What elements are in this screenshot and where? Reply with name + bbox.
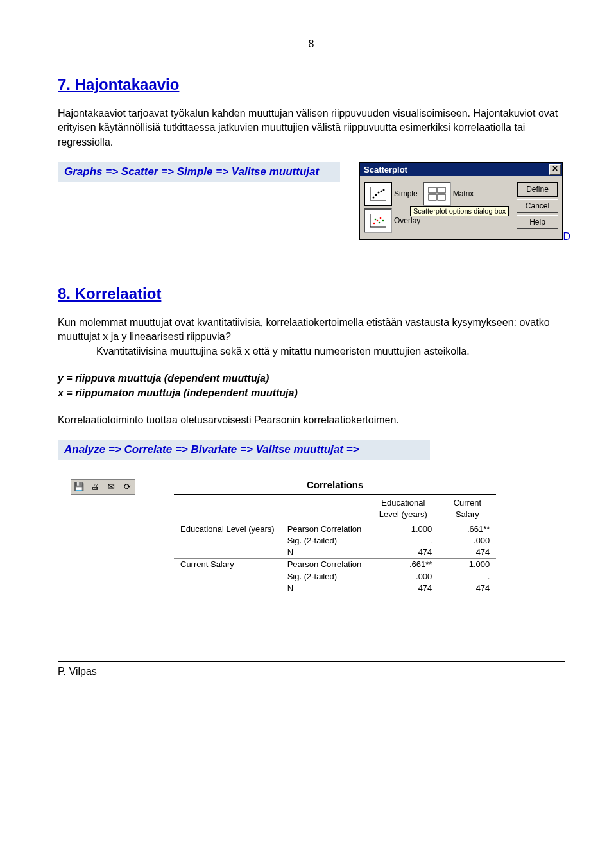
row2-label: Current Salary	[174, 559, 281, 571]
svg-point-3	[375, 194, 377, 196]
export-icon[interactable]: ✉	[103, 480, 119, 494]
correlations-output: Correlations Educational Level (years) C…	[174, 479, 496, 598]
section8-p2: Korrelaatiotoiminto tuottaa oletusarvois…	[58, 413, 565, 427]
svg-point-16	[375, 219, 377, 221]
page-number: 8	[58, 38, 565, 50]
scatter-overlay-icon	[364, 208, 392, 233]
cell-value: 1.000	[438, 559, 496, 571]
svg-point-4	[378, 192, 380, 194]
section7-paragraph: Hajontakaaviot tarjoavat työkalun kahden…	[58, 106, 565, 149]
cell-value: 474	[368, 547, 438, 559]
option-simple[interactable]: Simple	[364, 182, 420, 206]
section7-title: 7. Hajontakaavio	[58, 76, 565, 94]
section8-title: 8. Korrelaatiot	[58, 285, 565, 303]
svg-point-13	[373, 223, 375, 225]
stat-sig: Sig. (2-tailed)	[281, 571, 368, 583]
dialog-title: Scatterplot	[364, 165, 407, 174]
row1-label: Educational Level (years)	[174, 523, 281, 535]
svg-rect-9	[429, 194, 436, 200]
output-toolbar: 💾 🖨 ✉ ⟳	[71, 479, 135, 495]
svg-rect-7	[429, 187, 436, 193]
cell-value: .000	[368, 571, 438, 583]
scatter-simple-icon	[364, 182, 392, 206]
section8-navpath: Analyze => Correlate => Bivariate => Val…	[58, 440, 430, 459]
cell-value: 474	[438, 583, 496, 597]
svg-point-5	[381, 191, 382, 192]
cell-value: .661**	[368, 559, 438, 571]
option-overlay-label: Overlay	[394, 216, 423, 225]
cell-value: 474	[438, 547, 496, 559]
define-button[interactable]: Define	[517, 182, 558, 197]
correlations-title: Correlations	[174, 479, 496, 490]
link-d[interactable]: D	[563, 231, 570, 242]
svg-point-18	[382, 220, 384, 222]
tooltip: Scatterplot options dialog box	[410, 206, 509, 216]
stat-pearson: Pearson Correlation	[281, 559, 368, 571]
svg-point-14	[377, 220, 379, 222]
cell-value: 1.000	[368, 523, 438, 535]
svg-point-15	[380, 217, 382, 219]
scatterplot-dialog: Scatterplot ✕ Simple	[359, 162, 563, 240]
cell-value: .	[368, 535, 438, 547]
section8-p1: Kun molemmat muuttujat ovat kvantitatiiv…	[58, 316, 565, 359]
close-icon[interactable]: ✕	[549, 164, 561, 175]
cell-value: 474	[368, 583, 438, 597]
svg-point-2	[373, 197, 375, 199]
stat-n: N	[281, 583, 368, 597]
save-icon[interactable]: 💾	[71, 480, 87, 494]
stat-sig: Sig. (2-tailed)	[281, 535, 368, 547]
cell-value: .000	[438, 535, 496, 547]
section7-navpath: Graphs => Scatter => Simple => Valitse m…	[58, 162, 340, 182]
col-header-salary: Current Salary	[438, 494, 496, 523]
option-simple-label: Simple	[394, 189, 420, 198]
refresh-icon[interactable]: ⟳	[119, 480, 135, 494]
cell-value: .661**	[438, 523, 496, 535]
svg-rect-10	[438, 194, 445, 200]
scatter-matrix-icon	[423, 182, 451, 206]
option-matrix-label: Matrix	[453, 189, 477, 198]
cancel-button[interactable]: Cancel	[517, 199, 558, 213]
stat-n: N	[281, 547, 368, 559]
section8-dependent-independent: y = riippuva muuttuja (dependent muuttuj…	[58, 371, 565, 400]
help-button[interactable]: Help	[517, 215, 558, 229]
cell-value: .	[438, 571, 496, 583]
option-matrix[interactable]: Matrix	[423, 182, 477, 206]
svg-point-17	[379, 222, 381, 224]
print-icon[interactable]: 🖨	[87, 480, 103, 494]
col-header-edu: Educational Level (years)	[368, 494, 438, 523]
stat-pearson: Pearson Correlation	[281, 523, 368, 535]
svg-point-6	[383, 189, 385, 191]
svg-rect-8	[438, 187, 445, 193]
footer-author: P. Vilpas	[58, 661, 565, 677]
